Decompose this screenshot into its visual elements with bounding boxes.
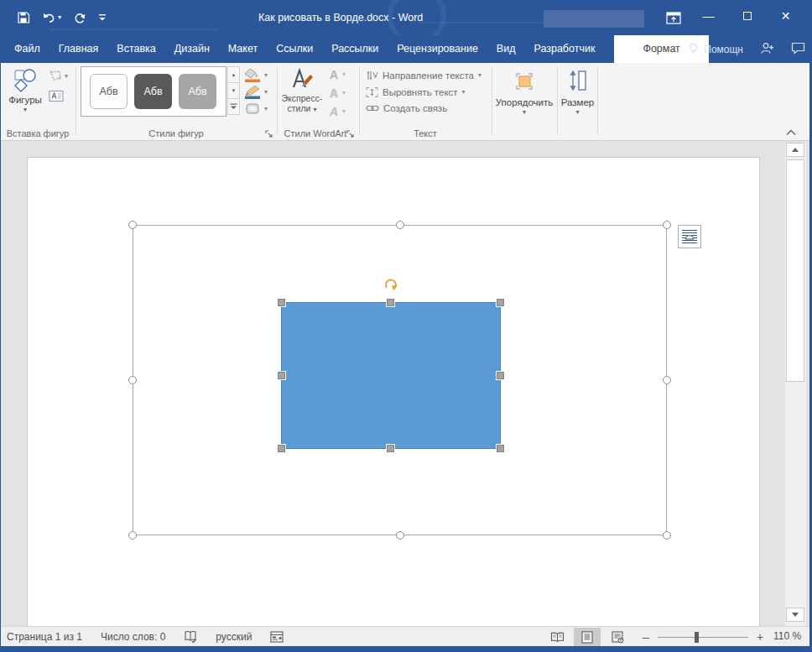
tab-layout[interactable]: Макет <box>219 35 267 63</box>
word-window: ▾ Как рисовать в Ворде.docx - Word — ✕ Ф… <box>0 0 812 652</box>
tab-insert[interactable]: Вставка <box>107 35 164 63</box>
zoom-slider-thumb[interactable] <box>695 632 699 643</box>
shape-style-thumbnail-2[interactable]: Абв <box>134 74 172 109</box>
shape-handle-bottom-center[interactable] <box>387 445 394 452</box>
tell-me-helper[interactable]: Помощн <box>688 43 743 55</box>
redo-button[interactable] <box>71 10 88 26</box>
quick-styles-button[interactable]: Экспресс- стили ▾ <box>280 65 324 126</box>
tab-design[interactable]: Дизайн <box>165 35 219 63</box>
save-button[interactable] <box>15 9 32 26</box>
minimize-button[interactable]: — <box>690 0 727 32</box>
shape-outline-button[interactable]: ▾ <box>243 85 268 99</box>
create-link-label: Создать связь <box>383 103 447 113</box>
shapes-label: Фигуры <box>8 95 42 105</box>
shape-effects-button[interactable]: ▾ <box>243 102 268 116</box>
shape-style-thumbnail-1[interactable]: Абв <box>90 74 128 109</box>
canvas-handle-bottom-right[interactable] <box>663 531 671 540</box>
align-text-button[interactable]: Выровнять текст ▾ <box>366 86 466 98</box>
scroll-down-icon <box>792 613 799 617</box>
language-indicator[interactable]: русский <box>216 631 252 643</box>
shape-handle-bottom-right[interactable] <box>497 445 504 452</box>
web-layout-icon <box>612 631 624 644</box>
zoom-percentage[interactable]: 110 % <box>773 630 801 642</box>
scrollbar-thumb[interactable] <box>786 159 804 382</box>
page-indicator[interactable]: Страница 1 из 1 <box>7 631 82 643</box>
wordart-dialog-launcher[interactable] <box>346 128 357 138</box>
shape-handle-top-right[interactable] <box>497 299 504 306</box>
ribbon-tabs: Файл Главная Вставка Дизайн Макет Ссылки… <box>5 35 709 63</box>
print-layout-button[interactable] <box>574 628 601 646</box>
title-bar: ▾ Как рисовать в Ворде.docx - Word — ✕ <box>0 0 812 35</box>
tab-review[interactable]: Рецензирование <box>388 35 487 63</box>
tab-references[interactable]: Ссылки <box>267 35 322 63</box>
maximize-button[interactable] <box>728 0 766 32</box>
scroll-down-button[interactable] <box>786 608 804 622</box>
web-layout-button[interactable] <box>604 628 631 646</box>
tab-mailings[interactable]: Рассылки <box>322 35 388 63</box>
canvas-handle-top-center[interactable] <box>396 221 404 229</box>
gallery-scroll-down-button[interactable]: ▾ <box>227 82 240 99</box>
vertical-scrollbar[interactable] <box>785 143 806 626</box>
comments-button[interactable] <box>791 42 805 57</box>
gallery-scroll-up-button[interactable]: ▴ <box>227 66 240 83</box>
edit-shape-button[interactable]: ▾ <box>49 70 68 82</box>
tab-developer[interactable]: Разработчик <box>524 35 604 63</box>
gallery-scroll-strip: ▴ ▾ <box>227 66 240 117</box>
maximize-icon <box>743 12 752 20</box>
shape-handle-middle-right[interactable] <box>497 372 504 379</box>
tab-view[interactable]: Вид <box>487 35 525 63</box>
lightbulb-icon <box>688 43 699 55</box>
text-direction-button[interactable]: Направление текста ▾ <box>366 70 481 81</box>
layout-options-button[interactable] <box>678 225 701 248</box>
shape-handle-top-left[interactable] <box>278 299 285 306</box>
shape-handle-middle-left[interactable] <box>278 372 285 379</box>
create-link-button[interactable]: Создать связь <box>366 103 447 113</box>
read-mode-button[interactable] <box>544 628 570 646</box>
tabrow-right-cluster: Помощн <box>688 35 805 63</box>
macro-record-button[interactable] <box>270 631 284 643</box>
text-box-button[interactable] <box>49 90 64 102</box>
canvas-handle-top-left[interactable] <box>128 221 137 229</box>
shape-rotate-handle[interactable] <box>382 277 400 294</box>
tab-home[interactable]: Главная <box>49 35 108 63</box>
shape-handle-bottom-left[interactable] <box>278 445 285 452</box>
text-effects-button[interactable]: А ▾ <box>327 105 346 118</box>
canvas-handle-middle-right[interactable] <box>663 376 671 384</box>
shape-fill-button[interactable]: ▾ <box>243 68 268 82</box>
zoom-out-button[interactable]: – <box>638 628 654 646</box>
text-outline-button[interactable]: А ▾ <box>327 86 346 100</box>
zoom-in-button[interactable]: + <box>752 628 768 646</box>
arrange-label: Упорядочить <box>496 97 553 107</box>
text-fill-button[interactable]: А ▾ <box>327 68 346 81</box>
group-label-text: Текст <box>359 128 492 138</box>
quick-access-toolbar: ▾ <box>15 7 108 29</box>
word-count[interactable]: Число слов: 0 <box>101 631 165 643</box>
canvas-handle-top-right[interactable] <box>663 221 671 229</box>
proofing-status-button[interactable] <box>184 630 197 643</box>
quick-styles-label-line2: стили ▾ <box>288 103 317 113</box>
close-button[interactable]: ✕ <box>767 0 804 32</box>
shape-handle-top-center[interactable] <box>387 299 394 306</box>
canvas-handle-bottom-left[interactable] <box>128 531 137 540</box>
canvas-handle-bottom-center[interactable] <box>396 531 404 540</box>
undo-dropdown-caret[interactable]: ▾ <box>58 14 61 21</box>
undo-button[interactable]: ▾ <box>40 10 63 26</box>
canvas-handle-middle-left[interactable] <box>128 376 137 384</box>
tab-file[interactable]: Файл <box>5 35 49 63</box>
share-button[interactable] <box>760 42 774 57</box>
shape-styles-dialog-launcher[interactable] <box>265 128 275 138</box>
zoom-slider-track[interactable] <box>658 637 748 638</box>
gallery-more-button[interactable] <box>227 98 240 115</box>
collapse-ribbon-button[interactable] <box>783 127 799 138</box>
chain-link-icon <box>366 103 379 113</box>
customize-qat-button[interactable] <box>96 11 108 24</box>
scroll-up-button[interactable] <box>786 143 804 157</box>
size-button[interactable]: Размер ▾ <box>559 67 596 134</box>
save-icon <box>17 11 30 24</box>
shape-style-thumbnail-3[interactable]: Абв <box>179 74 216 109</box>
ribbon-display-options-button[interactable] <box>663 9 684 26</box>
arrange-button[interactable]: Упорядочить ▾ <box>492 67 557 134</box>
blue-rectangle-shape[interactable] <box>281 302 501 449</box>
read-mode-icon <box>550 632 565 643</box>
shapes-button[interactable]: Фигуры ▾ <box>3 65 47 126</box>
